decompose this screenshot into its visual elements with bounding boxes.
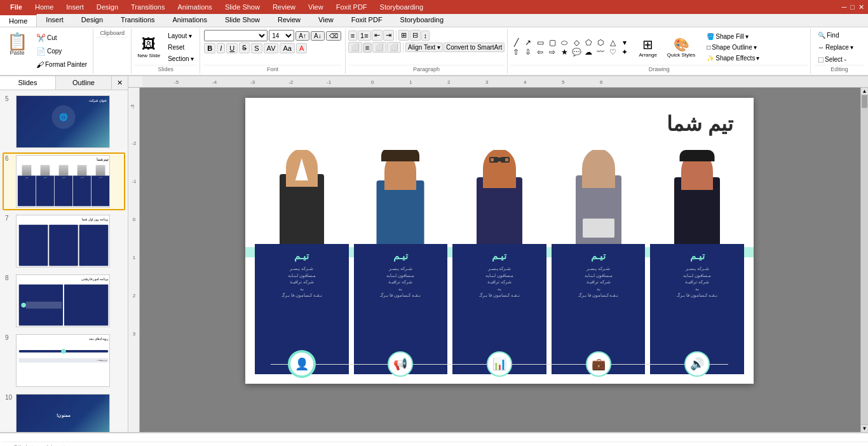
bold-button[interactable]: B (204, 43, 215, 53)
align-right-button[interactable]: ⬜ (372, 42, 386, 53)
scroll-up-button[interactable]: ▲ (861, 88, 868, 95)
tab-review[interactable]: Review (266, 2, 302, 12)
team-card-1[interactable]: تیـم شـرکه پـسـرمـسافون لـنـایهشرکه تراف… (255, 150, 349, 374)
tab-foxit[interactable]: Foxit PDF (330, 2, 374, 12)
text-shadow-button[interactable]: S (251, 43, 262, 53)
shape-down-arrow[interactable]: ⇩ (522, 48, 534, 57)
shape-extra[interactable]: ✦ (619, 48, 630, 57)
new-slide-button[interactable]: 🖼 New Slide (134, 33, 163, 62)
line-spacing-button[interactable]: ↕ (421, 30, 430, 41)
slide-thumb-8[interactable]: 8 برنامه امور فارشتی (3, 272, 125, 330)
col-layout2-button[interactable]: ⊟ (410, 30, 421, 41)
scroll-down-button[interactable]: ▼ (861, 424, 868, 432)
font-family-select[interactable] (204, 30, 268, 41)
section-button[interactable]: Section ▾ (165, 53, 197, 64)
team-card-5[interactable]: تیـم شـرکه پـسـرمـسافون لـنـایهشرکه تراف… (650, 150, 744, 374)
slide-title[interactable]: تیم شما (667, 112, 733, 136)
ribbon-tab-foxit[interactable]: Foxit PDF (342, 14, 391, 27)
slides-tab[interactable]: Slides (0, 76, 56, 90)
ribbon-tab-review[interactable]: Review (269, 14, 309, 27)
change-case-button[interactable]: Aa (280, 43, 294, 53)
select-button[interactable]: ⬚ Select - (815, 54, 864, 65)
format-painter-button[interactable]: 🖌 Format Painter (33, 58, 90, 71)
shape-pentagon[interactable]: ⬠ (583, 38, 594, 47)
align-center-button[interactable]: ≡ (363, 43, 372, 53)
decrease-indent-button[interactable]: ⇤ (372, 30, 383, 41)
close-icon[interactable]: ✕ (858, 3, 864, 11)
shape-star[interactable]: ★ (559, 48, 570, 57)
col-layout-button[interactable]: ⊞ (398, 30, 409, 41)
find-button[interactable]: 🔍 Find (815, 30, 864, 41)
shape-oval[interactable]: ⬭ (559, 38, 570, 47)
copy-button[interactable]: 📄 Copy (33, 45, 90, 58)
shape-triangle[interactable]: △ (607, 38, 618, 47)
layout-button[interactable]: Layout ▾ (165, 30, 197, 41)
sidebar-close-button[interactable]: ✕ (111, 76, 128, 90)
shape-arrow[interactable]: ↗ (522, 38, 534, 47)
slide-thumb-10[interactable]: 10 ممنون! (3, 391, 125, 432)
italic-button[interactable]: I (217, 43, 225, 53)
shape-outline-button[interactable]: □ Shape Outline ▾ (703, 43, 763, 52)
shape-heart[interactable]: ♡ (607, 48, 618, 57)
clear-formatting-button[interactable]: ⌫ (326, 31, 341, 41)
ribbon-tab-transitions[interactable]: Transitions (112, 14, 163, 27)
team-card-4[interactable]: تیـم شـرکه پـسـرمـسافون لـنـایهشرکه تراف… (552, 150, 646, 374)
font-size-select[interactable]: 14 (269, 30, 294, 41)
justify-button[interactable]: ⬜ (387, 42, 401, 53)
team-icon-3[interactable]: 📊 (487, 351, 512, 377)
tab-slideshow[interactable]: Slide Show (219, 2, 266, 12)
character-spacing-button[interactable]: AV (264, 43, 279, 53)
bullets-button[interactable]: ≡ (348, 30, 357, 41)
tab-insert[interactable]: Insert (60, 2, 90, 12)
ribbon-tab-design[interactable]: Design (72, 14, 112, 27)
replace-button[interactable]: ↔ Replace ▾ (815, 42, 864, 53)
shape-effects-button[interactable]: ✨ Shape Effects ▾ (703, 53, 763, 63)
vertical-scrollbar[interactable]: ▲ ▼ (860, 88, 868, 432)
shape-diamond[interactable]: ◇ (571, 38, 582, 47)
cut-button[interactable]: ✂️ Cut (33, 32, 90, 44)
shape-wave[interactable]: 〰 (595, 48, 606, 57)
shape-left-arrow[interactable]: ⇦ (534, 48, 546, 57)
tab-storyboarding[interactable]: Storyboarding (374, 2, 430, 12)
shape-hexagon[interactable]: ⬡ (595, 38, 606, 47)
numbering-button[interactable]: 1≡ (358, 30, 371, 41)
team-icon-2[interactable]: 📢 (388, 351, 413, 377)
ribbon-tab-home[interactable]: Home (0, 14, 37, 27)
notes-area[interactable]: Click to add notes (0, 432, 868, 446)
tab-transitions[interactable]: Transitions (125, 2, 171, 12)
file-button[interactable]: File (4, 3, 29, 11)
team-icon-1[interactable]: 👤 (289, 351, 315, 377)
arrange-button[interactable]: ⊞ Arrange (634, 34, 661, 60)
ribbon-tab-slideshow[interactable]: Slide Show (216, 14, 269, 27)
slide-thumb-7[interactable]: 7 برنامه روز اول شما (3, 212, 125, 270)
tab-home[interactable]: Home (29, 2, 60, 12)
font-color-button[interactable]: A (296, 43, 307, 53)
increase-indent-button[interactable]: ⇥ (383, 30, 394, 41)
ribbon-tab-animations[interactable]: Animations (164, 14, 216, 27)
slide-thumb-6[interactable]: 6 تیم شما تیـم متن توضیحات (3, 152, 125, 210)
quick-styles-button[interactable]: 🎨 Quick Styles (663, 34, 700, 60)
slide-thumb-9[interactable]: 9 رویدادهای بعد متن توضیحات... (3, 332, 125, 389)
outline-tab[interactable]: Outline (56, 76, 111, 90)
shape-rect[interactable]: ▭ (534, 38, 546, 47)
shape-callout[interactable]: 💬 (571, 48, 582, 57)
shape-more[interactable]: ▾ (619, 38, 630, 47)
maximize-icon[interactable]: □ (850, 3, 855, 11)
shape-fill-button[interactable]: 🪣 Shape Fill ▾ (703, 32, 763, 41)
team-card-3[interactable]: تیـم شـرکه پـسـرمـسافون لـنـایهشرکه تراف… (452, 150, 546, 374)
text-dir-button[interactable]: Align Text ▾ (405, 43, 443, 52)
ribbon-tab-storyboarding[interactable]: Storyboarding (391, 14, 453, 27)
tab-animations[interactable]: Animations (171, 2, 218, 12)
reset-button[interactable]: Reset (165, 42, 197, 53)
strikethrough-button[interactable]: S̶ (239, 43, 250, 53)
slide-thumb-5[interactable]: 5 عنوان شرکت 🌐 (3, 93, 125, 151)
shape-up-arrow[interactable]: ⇧ (510, 48, 522, 57)
paste-button[interactable]: 📋 Paste (3, 30, 32, 72)
tab-design[interactable]: Design (90, 2, 125, 12)
shape-rounded-rect[interactable]: ▢ (546, 38, 558, 47)
font-decrease-button[interactable]: A↓ (311, 31, 325, 41)
shape-right-arrow[interactable]: ⇨ (546, 48, 558, 57)
ribbon-tab-insert[interactable]: Insert (37, 14, 72, 27)
team-icon-5[interactable]: 🔊 (684, 351, 710, 377)
shape-cloud[interactable]: ☁ (583, 48, 594, 57)
